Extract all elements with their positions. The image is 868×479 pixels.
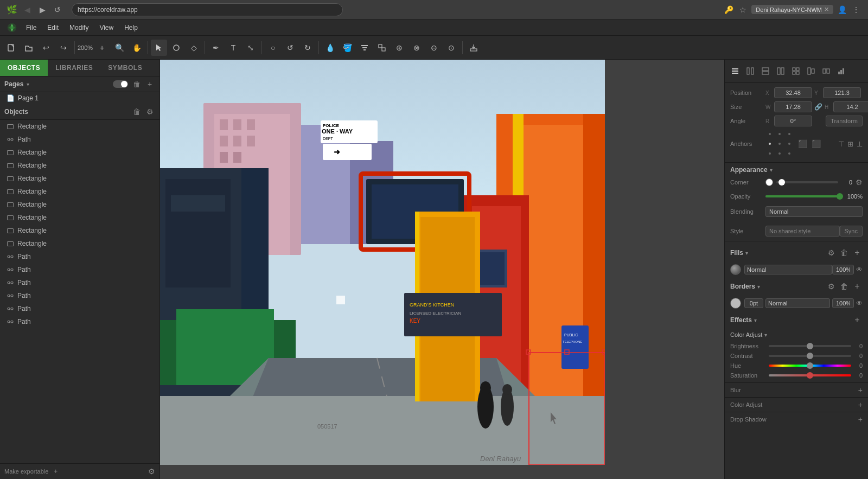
object-settings-btn[interactable]: ⚙ (144, 107, 155, 116)
refresh-button[interactable]: ↺ (52, 4, 63, 15)
fills-settings-icon[interactable]: ⚙ (826, 248, 837, 257)
menu-file[interactable]: File (22, 22, 41, 33)
menu-edit[interactable]: Edit (43, 22, 63, 33)
group-btn[interactable] (374, 40, 390, 56)
contrast-thumb[interactable] (807, 353, 813, 359)
anchor-br[interactable] (785, 149, 794, 158)
sync-button[interactable]: Sync (840, 226, 863, 237)
redo-btn[interactable]: ↪ (55, 40, 72, 56)
rt-icon-layout3[interactable] (789, 64, 803, 78)
border-visibility-icon[interactable]: 👁 (856, 299, 863, 307)
tab-objects[interactable]: OBJECTS (0, 60, 48, 76)
color-eyedrop-btn[interactable]: 💧 (322, 40, 338, 56)
anchor-line-v[interactable]: ⬛ (812, 139, 821, 148)
new-btn[interactable] (3, 40, 20, 56)
obj-rectangle-6[interactable]: Rectangle (0, 198, 159, 211)
rt-icon-layout2[interactable] (774, 64, 788, 78)
anchor-bl[interactable] (765, 149, 774, 158)
obj-rectangle-4[interactable]: Rectangle (0, 172, 159, 185)
border-size-input[interactable] (744, 298, 763, 308)
transform-btn[interactable]: ⤡ (242, 40, 259, 56)
saturation-thumb[interactable] (807, 372, 813, 379)
fill-opacity-input[interactable] (832, 265, 854, 274)
hue-thumb[interactable] (807, 362, 813, 369)
pages-toggle[interactable] (113, 80, 128, 88)
select-btn[interactable] (151, 40, 167, 56)
pen-btn[interactable]: ✒ (208, 40, 224, 56)
tab-symbols[interactable]: SYMBOLS (100, 60, 150, 76)
menu-help[interactable]: Help (120, 22, 142, 33)
effects-header[interactable]: Effects ▾ + (725, 312, 868, 328)
appearance-header[interactable]: Appearance ▾ (725, 163, 868, 177)
add-page-btn[interactable]: + (144, 80, 155, 88)
fills-add-icon[interactable]: + (852, 248, 863, 258)
obj-rectangle-7[interactable]: Rectangle (0, 211, 159, 224)
anchor-line-h[interactable]: ⬛ (798, 139, 807, 148)
fills-header[interactable]: Fills ▾ ⚙ 🗑 + (725, 245, 868, 261)
color-adjust-header[interactable]: Color Adjust ▾ (725, 328, 868, 341)
intersect-btn[interactable]: ⊖ (426, 40, 442, 56)
rt-icon-mirror[interactable] (819, 64, 833, 78)
anchor-mr[interactable] (785, 139, 794, 148)
anchor-tl[interactable] (765, 130, 774, 138)
lock-aspect-icon[interactable]: 🔗 (814, 103, 822, 111)
corner-slider[interactable] (776, 181, 838, 183)
back-button[interactable]: ◀ (22, 4, 33, 15)
r-input[interactable] (774, 116, 812, 126)
obj-path-14[interactable]: Path (0, 302, 159, 315)
url-bar[interactable]: https://coreldraw.app (72, 3, 343, 16)
canvas-area[interactable]: POLICE ONE · WAY DEPT ➜ GRAND'S KITCHEN … (160, 60, 724, 479)
shape-btn[interactable] (168, 40, 184, 56)
obj-path-1[interactable]: Path (0, 133, 159, 146)
export-settings-btn[interactable]: ⚙ (148, 467, 155, 476)
export-btn[interactable] (465, 40, 482, 56)
pan-btn[interactable]: ✋ (129, 40, 145, 56)
combine-btn[interactable]: ⊕ (391, 40, 407, 56)
transform-button[interactable]: Transform (826, 116, 863, 126)
rt-icon-chart[interactable] (834, 64, 848, 78)
obj-rectangle-8[interactable]: Rectangle (0, 224, 159, 237)
delete-page-btn[interactable]: 🗑 (131, 80, 142, 88)
drop-shadow-row[interactable]: Drop Shadow + (725, 412, 868, 426)
profile-icon[interactable]: 👤 (837, 5, 847, 14)
border-blend-select[interactable]: Normal (765, 298, 830, 308)
effects-add-icon[interactable]: + (852, 315, 863, 325)
make-exportable-label[interactable]: Make exportable (4, 468, 48, 475)
borders-add-icon[interactable]: + (852, 282, 863, 291)
style-select[interactable]: No shared style (765, 226, 840, 237)
blur-add-icon[interactable]: + (858, 386, 863, 394)
opacity-slider[interactable] (765, 195, 842, 197)
color-adjust2-row[interactable]: Color Adjust + (725, 397, 868, 412)
ellipse-btn[interactable]: ○ (265, 40, 281, 56)
drop-shadow-add-icon[interactable]: + (858, 415, 863, 424)
obj-rectangle-5[interactable]: Rectangle (0, 185, 159, 198)
anchor-bc[interactable] (775, 149, 784, 158)
border-opacity-input[interactable] (832, 298, 854, 308)
delete-objects-btn[interactable]: 🗑 (131, 107, 142, 116)
borders-settings-icon[interactable]: ⚙ (826, 282, 837, 291)
rt-icon-layout1[interactable] (758, 64, 773, 78)
menu-modify[interactable]: Modify (65, 22, 93, 33)
menu-view[interactable]: View (95, 22, 118, 33)
more-icon[interactable]: ⋮ (851, 5, 861, 14)
anchor-tc[interactable] (775, 130, 784, 138)
text-btn[interactable]: T (225, 40, 241, 56)
w-input[interactable] (774, 101, 812, 112)
obj-path-11[interactable]: Path (0, 263, 159, 276)
anchor-ml[interactable] (765, 139, 774, 148)
undo-btn[interactable]: ↩ (38, 40, 54, 56)
key-icon[interactable]: 🔑 (723, 5, 734, 14)
fills-delete-icon[interactable]: 🗑 (839, 248, 850, 257)
obj-path-12[interactable]: Path (0, 276, 159, 289)
user-chip[interactable]: Deni Rahayu-NYC-NWM ✕ (751, 5, 833, 14)
y-input[interactable] (823, 87, 861, 98)
obj-path-10[interactable]: Path (0, 250, 159, 263)
anchor-tr[interactable] (785, 130, 794, 138)
fill-swatch[interactable] (730, 264, 741, 275)
pages-chevron-icon[interactable]: ▾ (27, 81, 29, 87)
brightness-slider[interactable] (769, 345, 851, 347)
redo2-btn[interactable]: ↻ (299, 40, 316, 56)
brightness-thumb[interactable] (807, 343, 813, 349)
h-input[interactable] (833, 101, 868, 112)
page-1-item[interactable]: 📄 Page 1 (0, 92, 159, 104)
